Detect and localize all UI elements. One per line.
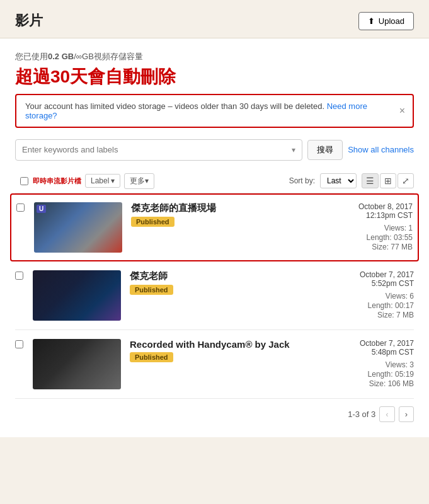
table-row: U 傑克老師的直播現場 Published October 8, 2017 12… xyxy=(10,193,419,261)
video-title-2: 傑克老師 xyxy=(130,270,329,282)
video-date-1: October 8, 2017 12:13pm CST xyxy=(337,202,413,220)
video-checkbox-1 xyxy=(16,202,34,214)
alert-banner: Your account has limited video storage –… xyxy=(15,94,414,128)
video-thumbnail-2 xyxy=(33,270,121,321)
status-badge-3: Published xyxy=(130,352,173,362)
page-title: 影片 xyxy=(15,11,43,30)
search-input[interactable] xyxy=(22,145,292,154)
video-size-3: Size: 106 MB xyxy=(338,379,414,388)
live-badge-1: U xyxy=(37,205,46,213)
live-stream-label: 即時串流影片檔 xyxy=(33,176,81,186)
video-checkbox-2 xyxy=(15,270,33,282)
list-view-button[interactable]: ☰ xyxy=(362,173,379,188)
grid-view-button[interactable]: ⊞ xyxy=(380,173,396,188)
show-all-channels-button[interactable]: Show all channels xyxy=(348,145,414,154)
sort-label: Sort by: xyxy=(289,176,315,185)
select-all-checkbox[interactable] xyxy=(20,177,28,185)
pagination: 1-3 of 3 ‹ › xyxy=(15,399,414,425)
view-icons: ☰ ⊞ ⤢ xyxy=(362,173,414,188)
table-row: 傑克老師 Published October 7, 2017 5:52pm CS… xyxy=(15,261,414,330)
search-dropdown-arrow[interactable]: ▾ xyxy=(292,146,295,154)
prev-page-button[interactable]: ‹ xyxy=(379,406,394,422)
more-dropdown-button[interactable]: 更多▾ xyxy=(124,173,154,189)
search-row: ▾ 搜尋 Show all channels xyxy=(15,139,414,161)
video-meta-3: October 7, 2017 5:48pm CST Views: 3 Leng… xyxy=(338,339,414,389)
list-controls: 即時串流影片檔 Label ▾ 更多▾ Sort by: Last First … xyxy=(15,169,414,193)
page-header: 影片 ⬆ Upload xyxy=(0,0,429,38)
video-thumbnail-1: U xyxy=(34,202,122,253)
video-length-3: Length: 05:19 xyxy=(338,370,414,379)
video-info-2: 傑克老師 Published xyxy=(121,270,338,295)
video-date-3: October 7, 2017 5:48pm CST xyxy=(338,339,414,357)
video-info-3: Recorded with Handycam® by Jack Publishe… xyxy=(121,339,338,362)
alert-text: Your account has limited video storage –… xyxy=(25,101,324,111)
select-all-checkbox-wrap xyxy=(15,177,33,185)
video-2-checkbox[interactable] xyxy=(15,272,23,280)
video-size-2: Size: 7 MB xyxy=(338,311,414,319)
search-button[interactable]: 搜尋 xyxy=(307,140,343,160)
video-size-1: Size: 77 MB xyxy=(337,243,413,251)
next-page-button[interactable]: › xyxy=(399,406,414,422)
video-views-2: Views: 6 xyxy=(338,292,414,301)
more-dropdown-label: 更多▾ xyxy=(130,176,149,186)
main-content: 您已使用0.2 GB/∞GB視頻存儲容量 超過30天會自動刪除 Your acc… xyxy=(0,38,429,437)
upload-button[interactable]: ⬆ Upload xyxy=(358,12,414,30)
upload-icon: ⬆ xyxy=(368,16,375,26)
video-title-1: 傑克老師的直播現場 xyxy=(131,202,328,214)
video-date-2: October 7, 2017 5:52pm CST xyxy=(338,270,414,288)
controls-right: Sort by: Last First Title ☰ ⊞ ⤢ xyxy=(289,173,414,188)
video-1-checkbox[interactable] xyxy=(16,203,25,212)
sort-select[interactable]: Last First Title xyxy=(320,173,357,188)
status-badge-1: Published xyxy=(131,217,174,227)
storage-info: 您已使用0.2 GB/∞GB視頻存儲容量 xyxy=(15,51,414,62)
video-views-3: Views: 3 xyxy=(338,360,414,369)
video-thumbnail-3 xyxy=(33,339,121,389)
upload-label: Upload xyxy=(379,16,404,26)
list-controls-wrap: 即時串流影片檔 Label ▾ 更多▾ Sort by: Last First … xyxy=(15,169,414,193)
alert-close-button[interactable]: × xyxy=(399,106,405,116)
video-title-3: Recorded with Handycam® by Jack xyxy=(130,339,329,350)
video-meta-1: October 8, 2017 12:13pm CST Views: 1 Len… xyxy=(337,202,413,252)
video-length-2: Length: 00:17 xyxy=(338,301,414,310)
video-3-checkbox[interactable] xyxy=(15,340,23,348)
expand-view-button[interactable]: ⤢ xyxy=(398,173,414,188)
label-chevron-icon: ▾ xyxy=(111,176,115,185)
video-meta-2: October 7, 2017 5:52pm CST Views: 6 Leng… xyxy=(338,270,414,320)
thumb-overlay-1: U xyxy=(34,202,122,253)
label-dropdown-icon: Label xyxy=(91,176,109,185)
auto-delete-warning: 超過30天會自動刪除 xyxy=(15,66,414,88)
pagination-info: 1-3 of 3 xyxy=(348,410,375,419)
video-length-1: Length: 03:55 xyxy=(337,233,413,242)
status-badge-2: Published xyxy=(130,285,173,295)
video-info-1: 傑克老師的直播現場 Published xyxy=(122,202,337,227)
table-row: Recorded with Handycam® by Jack Publishe… xyxy=(15,330,414,399)
video-views-1: Views: 1 xyxy=(337,224,413,232)
video-list: U 傑克老師的直播現場 Published October 8, 2017 12… xyxy=(15,193,414,399)
search-input-wrap: ▾ xyxy=(15,139,302,161)
video-checkbox-3 xyxy=(15,339,33,350)
label-dropdown-button[interactable]: Label ▾ xyxy=(85,174,120,188)
